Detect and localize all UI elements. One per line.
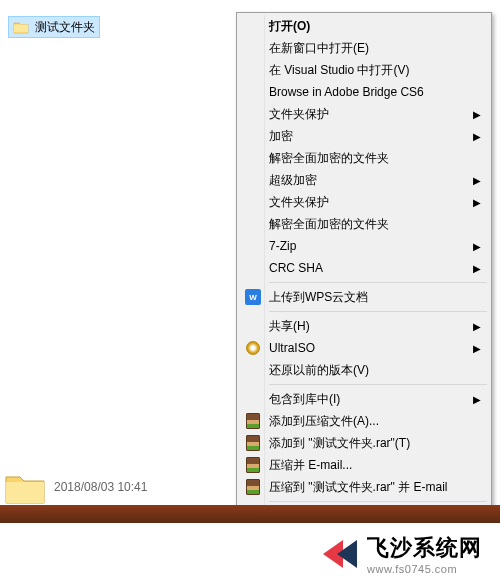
menu-item-label: 解密全面加密的文件夹	[269, 150, 389, 167]
menu-item-label: 文件夹保护	[269, 194, 329, 211]
menu-item-23[interactable]: 压缩到 "测试文件夹.rar" 并 E-mail	[239, 476, 489, 498]
menu-item-6[interactable]: 解密全面加密的文件夹	[239, 147, 489, 169]
menu-item-1[interactable]: 在新窗口中打开(E)	[239, 37, 489, 59]
menu-item-13[interactable]: W上传到WPS云文档	[239, 286, 489, 308]
menu-item-2[interactable]: 在 Visual Studio 中打开(V)	[239, 59, 489, 81]
context-menu: 打开(O)在新窗口中打开(E)在 Visual Studio 中打开(V)Bro…	[236, 12, 492, 585]
menu-item-0[interactable]: 打开(O)	[239, 15, 489, 37]
menu-item-label: 超级加密	[269, 172, 317, 189]
menu-item-label: CRC SHA	[269, 261, 323, 275]
menu-item-label: 添加到 "测试文件夹.rar"(T)	[269, 435, 410, 452]
menu-item-20[interactable]: 添加到压缩文件(A)...	[239, 410, 489, 432]
menu-item-label: 压缩并 E-mail...	[269, 457, 352, 474]
chevron-right-icon: ▶	[473, 263, 481, 274]
footer-brand: 飞沙系统网	[367, 533, 482, 563]
menu-item-16[interactable]: UltraISO▶	[239, 337, 489, 359]
chevron-right-icon: ▶	[473, 343, 481, 354]
menu-item-19[interactable]: 包含到库中(I)▶	[239, 388, 489, 410]
menu-item-9[interactable]: 解密全面加密的文件夹	[239, 213, 489, 235]
rar-icon	[245, 457, 261, 473]
rar-icon	[245, 413, 261, 429]
menu-item-15[interactable]: 共享(H)▶	[239, 315, 489, 337]
menu-separator	[269, 384, 487, 385]
status-date: 2018/08/03 10:41	[54, 480, 147, 494]
menu-separator	[269, 501, 487, 502]
menu-item-10[interactable]: 7-Zip▶	[239, 235, 489, 257]
triangle-blue-icon	[337, 540, 357, 568]
chevron-right-icon: ▶	[473, 321, 481, 332]
menu-item-label: 文件夹保护	[269, 106, 329, 123]
rar-icon	[245, 479, 261, 495]
menu-separator	[269, 311, 487, 312]
menu-item-label: 共享(H)	[269, 318, 310, 335]
menu-item-label: 解密全面加密的文件夹	[269, 216, 389, 233]
menu-item-label: 压缩到 "测试文件夹.rar" 并 E-mail	[269, 479, 448, 496]
menu-item-21[interactable]: 添加到 "测试文件夹.rar"(T)	[239, 432, 489, 454]
ultraiso-icon	[245, 340, 261, 356]
rar-icon	[245, 435, 261, 451]
menu-item-3[interactable]: Browse in Adobe Bridge CS6	[239, 81, 489, 103]
menu-item-label: 在 Visual Studio 中打开(V)	[269, 62, 410, 79]
menu-item-label: 7-Zip	[269, 239, 296, 253]
menu-item-label: 打开(O)	[269, 18, 310, 35]
file-name: 测试文件夹	[35, 19, 95, 36]
chevron-right-icon: ▶	[473, 394, 481, 405]
menu-item-label: UltraISO	[269, 341, 315, 355]
menu-item-11[interactable]: CRC SHA▶	[239, 257, 489, 279]
desktop-band	[0, 505, 500, 523]
footer-url: www.fs0745.com	[367, 563, 482, 575]
menu-item-22[interactable]: 压缩并 E-mail...	[239, 454, 489, 476]
chevron-right-icon: ▶	[473, 109, 481, 120]
explorer-background: 测试文件夹 2018/08/03 10:41 打开(O)在新窗口中打开(E)在 …	[0, 0, 500, 585]
footer-watermark: 飞沙系统网 www.fs0745.com	[0, 523, 500, 585]
menu-item-5[interactable]: 加密▶	[239, 125, 489, 147]
menu-item-label: 包含到库中(I)	[269, 391, 340, 408]
menu-item-label: 还原以前的版本(V)	[269, 362, 369, 379]
chevron-right-icon: ▶	[473, 175, 481, 186]
menu-item-label: 上传到WPS云文档	[269, 289, 368, 306]
menu-separator	[269, 282, 487, 283]
status-bar: 2018/08/03 10:41	[4, 469, 147, 505]
menu-item-label: 添加到压缩文件(A)...	[269, 413, 379, 430]
menu-item-label: 在新窗口中打开(E)	[269, 40, 369, 57]
menu-item-7[interactable]: 超级加密▶	[239, 169, 489, 191]
menu-item-4[interactable]: 文件夹保护▶	[239, 103, 489, 125]
menu-item-label: 加密	[269, 128, 293, 145]
menu-item-17[interactable]: 还原以前的版本(V)	[239, 359, 489, 381]
file-row-selected[interactable]: 测试文件夹	[8, 16, 100, 38]
chevron-right-icon: ▶	[473, 197, 481, 208]
menu-item-label: Browse in Adobe Bridge CS6	[269, 85, 424, 99]
wps-icon: W	[245, 289, 261, 305]
chevron-right-icon: ▶	[473, 241, 481, 252]
folder-icon	[13, 20, 29, 34]
folder-large-icon	[4, 469, 46, 505]
menu-item-8[interactable]: 文件夹保护▶	[239, 191, 489, 213]
chevron-right-icon: ▶	[473, 131, 481, 142]
